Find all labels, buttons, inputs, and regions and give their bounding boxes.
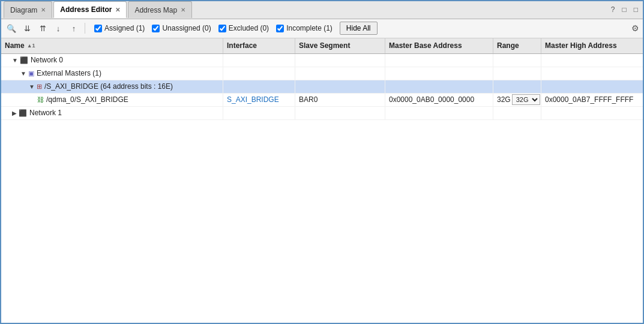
tab-help-area: ? □ □ xyxy=(609,4,640,15)
filter-assigned-label: Assigned (1) xyxy=(104,24,145,32)
collapse-all-button[interactable]: ⇈ xyxy=(36,22,49,35)
name-bridge: /S_AXI_BRIDGE (64 address bits : 16E) xyxy=(44,82,173,91)
sort-icon[interactable]: ▲1 xyxy=(27,43,35,49)
filter-excluded[interactable]: Excluded (0) xyxy=(218,24,269,32)
filter-incomplete[interactable]: Incomplete (1) xyxy=(276,24,333,32)
table-body: ▼ ⬛ Network 0 ▼ ▣ External Masters (1) xyxy=(1,54,643,323)
filter-assigned[interactable]: Assigned (1) xyxy=(94,24,145,32)
cell-slave-qdma: BAR0 xyxy=(295,94,385,106)
cell-range-network1 xyxy=(493,107,541,119)
table-row[interactable]: ▼ ▣ External Masters (1) xyxy=(1,67,643,80)
range-value-qdma: 32G xyxy=(497,95,511,104)
cell-range-qdma: 32G 32G 16G 64G xyxy=(493,94,541,106)
cell-interface-network0 xyxy=(223,54,295,67)
name-network1: Network 1 xyxy=(29,109,62,117)
network-icon: ⬛ xyxy=(20,56,28,64)
th-range: Range xyxy=(493,38,541,53)
qdma-icon: ⛓ xyxy=(37,96,44,103)
cell-base-network1 xyxy=(385,107,493,119)
hide-all-button[interactable]: Hide All xyxy=(340,22,378,35)
cell-slave-network1 xyxy=(295,107,385,119)
range-cell-qdma: 32G 32G 16G 64G xyxy=(497,94,540,105)
external-masters-icon: ▣ xyxy=(28,70,34,77)
range-dropdown-qdma[interactable]: 32G 16G 64G xyxy=(512,94,540,105)
cell-base-bridge xyxy=(385,80,493,93)
filter-assigned-checkbox[interactable] xyxy=(94,25,102,32)
cell-name-network0: ▼ ⬛ Network 0 xyxy=(1,54,223,67)
cell-name-bridge: ▼ ⊞ /S_AXI_BRIDGE (64 address bits : 16E… xyxy=(1,80,223,93)
toggle-network0[interactable]: ▼ xyxy=(12,57,18,64)
navigate-up-button[interactable]: ↑ xyxy=(67,22,80,35)
tab-diagram-close[interactable]: ✕ xyxy=(41,7,46,13)
master-high-address-qdma: 0x0000_0AB7_FFFF_FFFF xyxy=(545,95,633,104)
cell-high-network0 xyxy=(541,54,643,67)
tab-address-editor[interactable]: Address Editor ✕ xyxy=(53,1,127,18)
cell-base-ext xyxy=(385,67,493,80)
cell-high-qdma: 0x0000_0AB7_FFFF_FFFF xyxy=(541,94,643,106)
tab-diagram-label: Diagram xyxy=(10,6,37,14)
filter-unassigned-checkbox[interactable] xyxy=(152,25,160,32)
interface-link-qdma[interactable]: S_AXI_BRIDGE xyxy=(227,95,279,104)
cell-range-bridge xyxy=(493,80,541,93)
cell-interface-bridge xyxy=(223,80,295,93)
table-row[interactable]: ▼ ⊞ /S_AXI_BRIDGE (64 address bits : 16E… xyxy=(1,80,643,94)
restore-icon[interactable]: □ xyxy=(620,4,629,15)
search-button[interactable]: 🔍 xyxy=(5,22,18,35)
cell-interface-network1 xyxy=(223,107,295,119)
th-master-high-address: Master High Address xyxy=(541,38,644,53)
tab-address-map-close[interactable]: ✕ xyxy=(181,7,185,13)
th-interface-label: Interface xyxy=(227,41,257,50)
navigate-down-button[interactable]: ↓ xyxy=(52,22,65,35)
cell-high-bridge xyxy=(541,80,643,93)
th-range-label: Range xyxy=(497,41,519,50)
th-master-base-address-label: Master Base Address xyxy=(389,41,462,50)
cell-high-ext xyxy=(541,67,643,80)
table-row[interactable]: ▼ ⬛ Network 0 xyxy=(1,54,643,67)
app-wrapper: Diagram ✕ Address Editor ✕ Address Map ✕… xyxy=(0,0,644,324)
bridge-icon: ⊞ xyxy=(37,83,42,91)
cell-interface-ext xyxy=(223,67,295,80)
table-row[interactable]: ▶ ⬛ Network 1 xyxy=(1,107,643,120)
tab-diagram[interactable]: Diagram ✕ xyxy=(4,1,52,18)
expand-all-button[interactable]: ⇊ xyxy=(20,22,34,35)
name-qdma: /qdma_0/S_AXI_BRIDGE xyxy=(46,95,128,104)
cell-base-qdma[interactable]: 0x0000_0AB0_0000_0000 xyxy=(385,94,493,106)
toolbar-separator xyxy=(85,23,85,34)
cell-name-qdma: ⛓ /qdma_0/S_AXI_BRIDGE xyxy=(1,94,223,106)
cell-range-network0 xyxy=(493,54,541,67)
master-base-address-qdma: 0x0000_0AB0_0000_0000 xyxy=(389,95,474,104)
th-master-base-address: Master Base Address xyxy=(385,38,493,53)
toggle-bridge[interactable]: ▼ xyxy=(29,83,35,90)
cell-slave-bridge xyxy=(295,80,385,93)
main-content: Name ▲1 Interface Slave Segment Master B… xyxy=(1,38,643,323)
filter-incomplete-checkbox[interactable] xyxy=(276,25,284,32)
toolbar: 🔍 ⇊ ⇈ ↓ ↑ Assigned (1) Unassigned (0) Ex… xyxy=(1,19,643,38)
th-name: Name ▲1 xyxy=(1,38,223,53)
th-interface: Interface xyxy=(223,38,295,53)
filter-unassigned[interactable]: Unassigned (0) xyxy=(152,24,211,32)
network1-icon: ⬛ xyxy=(19,109,27,117)
tab-address-map[interactable]: Address Map ✕ xyxy=(128,1,192,18)
table-header: Name ▲1 Interface Slave Segment Master B… xyxy=(1,38,643,54)
filter-excluded-checkbox[interactable] xyxy=(218,25,226,32)
cell-name-external-masters: ▼ ▣ External Masters (1) xyxy=(1,67,223,80)
toggle-network1[interactable]: ▶ xyxy=(12,110,17,116)
filter-group: Assigned (1) Unassigned (0) Excluded (0)… xyxy=(94,24,333,32)
th-slave-segment-label: Slave Segment xyxy=(299,41,350,50)
cell-slave-network0 xyxy=(295,54,385,67)
filter-unassigned-label: Unassigned (0) xyxy=(162,24,211,32)
gear-icon[interactable]: ⚙ xyxy=(631,23,639,33)
cell-name-network1: ▶ ⬛ Network 1 xyxy=(1,107,223,119)
slave-segment-qdma: BAR0 xyxy=(299,95,317,104)
th-name-label: Name xyxy=(5,41,25,50)
pin-icon[interactable]: □ xyxy=(631,4,640,15)
table-row[interactable]: ⛓ /qdma_0/S_AXI_BRIDGE S_AXI_BRIDGE BAR0… xyxy=(1,94,643,107)
help-icon[interactable]: ? xyxy=(609,4,618,15)
name-network0: Network 0 xyxy=(31,56,63,64)
tab-address-editor-label: Address Editor xyxy=(60,5,112,14)
cell-slave-ext xyxy=(295,67,385,80)
tab-address-editor-close[interactable]: ✕ xyxy=(115,7,120,13)
filter-excluded-label: Excluded (0) xyxy=(229,24,269,32)
th-slave-segment: Slave Segment xyxy=(295,38,385,53)
toggle-external-masters[interactable]: ▼ xyxy=(20,70,26,77)
